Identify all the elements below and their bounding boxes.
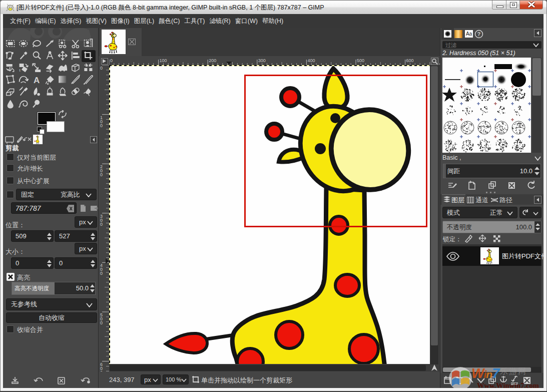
svg-text:0: 0 bbox=[100, 123, 103, 128]
svg-text:A: A bbox=[34, 76, 40, 85]
svg-text:200: 200 bbox=[209, 58, 216, 63]
svg-text:0: 0 bbox=[100, 222, 103, 227]
svg-text:0: 0 bbox=[100, 320, 103, 325]
svg-text:500: 500 bbox=[357, 58, 364, 63]
svg-text:0: 0 bbox=[100, 271, 103, 276]
svg-text:0: 0 bbox=[100, 172, 103, 177]
svg-text:600: 600 bbox=[406, 58, 414, 63]
svg-text:0: 0 bbox=[100, 66, 103, 71]
svg-text:100: 100 bbox=[160, 58, 167, 63]
svg-text:t: t bbox=[20, 68, 21, 73]
svg-text:400: 400 bbox=[307, 58, 315, 63]
svg-text:0: 0 bbox=[110, 58, 113, 63]
svg-text:?: ? bbox=[477, 31, 481, 37]
svg-text:300: 300 bbox=[258, 58, 266, 63]
